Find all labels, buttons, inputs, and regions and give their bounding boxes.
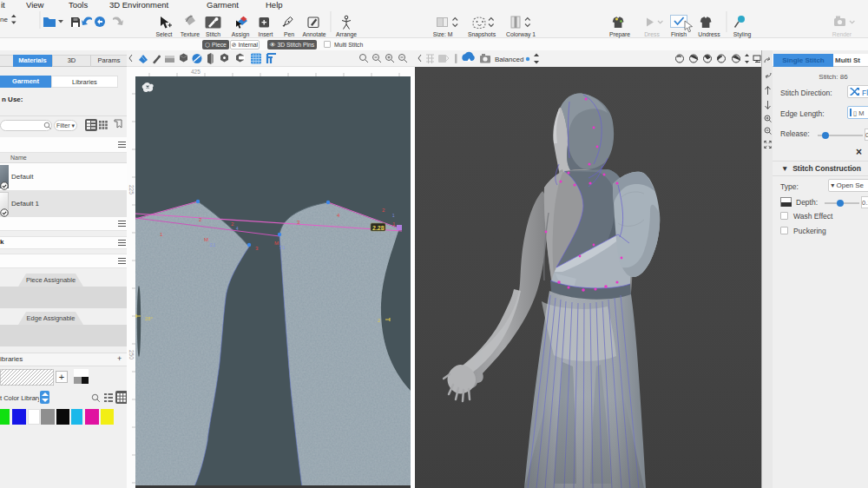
svg-text:M: M [274,241,279,246]
svg-text:7.1: 7.1 [279,246,286,250]
svg-text:Balanced: Balanced [495,56,523,63]
svg-text:28°: 28° [145,316,154,321]
svg-text:2.28: 2.28 [372,225,385,231]
svg-text:ne: ne [0,16,8,23]
svg-text:M: M [204,237,208,242]
svg-text:2.1: 2.1 [210,243,216,247]
